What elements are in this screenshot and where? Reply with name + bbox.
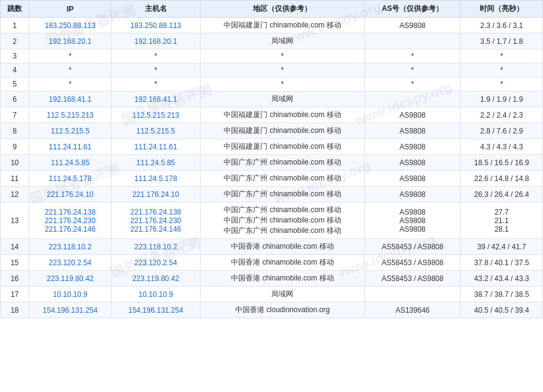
host-link[interactable]: 111.24.5.85: [137, 159, 175, 167]
cell-host: 111.24.11.61: [112, 139, 201, 155]
cell-ip: *: [29, 63, 112, 77]
cell-time: 40.5 / 40.5 / 39.4: [461, 302, 543, 318]
cell-host: 223.119.80.42: [112, 271, 201, 287]
ip-link[interactable]: 221.176.24.146: [44, 225, 95, 233]
ip-link[interactable]: 223.120.2.54: [49, 258, 91, 267]
cell-as: AS9808: [364, 18, 460, 34]
ip-link[interactable]: 111.24.5.85: [51, 159, 89, 167]
ip-link[interactable]: 111.24.11.61: [49, 143, 91, 151]
cell-host: 223.120.2.54: [112, 255, 201, 271]
cell-hop: 3: [1, 49, 29, 63]
cell-time: 3.5 / 1.7 / 1.8: [461, 34, 543, 49]
cell-hop: 4: [1, 63, 29, 77]
ip-link[interactable]: 221.176.24.10: [47, 190, 94, 199]
cell-region: 中国香港 cloudinnovation.org: [201, 302, 365, 318]
table-row: 12221.176.24.10221.176.24.10中国广东广州 china…: [1, 187, 543, 202]
table-header-row: 跳数 IP 主机名 地区（仅供参考） AS号（仅供参考） 时间（亮秒）: [1, 1, 543, 18]
cell-time: 27.721.128.1: [461, 202, 543, 239]
ip-link[interactable]: 192.168.20.1: [49, 37, 91, 46]
cell-host: 183.250.88.113: [112, 18, 201, 34]
cell-hop: 13: [1, 202, 29, 239]
cell-host: 221.176.24.138221.176.24.230221.176.24.1…: [112, 202, 201, 239]
traceroute-table: 跳数 IP 主机名 地区（仅供参考） AS号（仅供参考） 时间（亮秒） 1183…: [0, 0, 543, 318]
cell-region: 中国福建厦门 chinamobile.com 移动: [201, 18, 365, 34]
cell-hop: 14: [1, 239, 29, 255]
host-link[interactable]: 223.118.10.2: [135, 243, 177, 251]
cell-ip: 221.176.24.10: [29, 187, 112, 202]
header-time: 时间（亮秒）: [461, 1, 543, 18]
table-body: 1183.250.88.113183.250.88.113中国福建厦门 chin…: [1, 18, 543, 318]
cell-host: 111.24.5.85: [112, 155, 201, 171]
cell-as: [364, 287, 460, 302]
cell-region: 中国广东广州 chinamobile.com 移动: [201, 187, 365, 202]
table-row: 2192.168.20.1192.168.20.1局域网3.5 / 1.7 / …: [1, 34, 543, 49]
cell-time: 26.3 / 26.4 / 26.4: [461, 187, 543, 202]
cell-host: 112.5.215.5: [112, 123, 201, 139]
table-row: 3*****: [1, 49, 543, 63]
cell-as: AS9808: [364, 123, 460, 139]
ip-link[interactable]: 223.118.10.2: [49, 243, 91, 251]
header-ip: IP: [29, 1, 112, 18]
table-row: 1710.10.10.910.10.10.9局域网38.7 / 38.7 / 3…: [1, 287, 543, 302]
ip-link[interactable]: 154.196.131.254: [43, 306, 98, 315]
host-link[interactable]: 183.250.88.113: [130, 21, 181, 30]
cell-ip: 223.119.80.42: [29, 271, 112, 287]
cell-ip: 112.5.215.213: [29, 107, 112, 123]
cell-hop: 2: [1, 34, 29, 49]
host-link[interactable]: 192.168.20.1: [135, 37, 177, 46]
cell-as: AS9808: [364, 171, 460, 187]
host-link[interactable]: 112.5.215.5: [137, 127, 175, 135]
cell-as: AS58453 / AS9808: [364, 255, 460, 271]
cell-as: [364, 34, 460, 49]
cell-hop: 6: [1, 91, 29, 107]
host-link[interactable]: 154.196.131.254: [129, 306, 183, 315]
host-link[interactable]: 10.10.10.9: [138, 290, 173, 299]
ip-link[interactable]: 111.24.5.178: [49, 174, 91, 183]
ip-link[interactable]: 221.176.24.138: [44, 208, 95, 216]
host-link[interactable]: 221.176.24.138: [130, 208, 181, 216]
ip-link[interactable]: 112.5.215.5: [51, 127, 89, 135]
cell-host: *: [112, 49, 201, 63]
cell-time: 2.3 / 3.6 / 3.1: [461, 18, 543, 34]
table-row: 6192.168.41.1192.168.41.1局域网1.9 / 1.9 / …: [1, 91, 543, 107]
cell-as: AS9808: [364, 187, 460, 202]
cell-ip: 183.250.88.113: [29, 18, 112, 34]
cell-time: 18.5 / 16.5 / 16.9: [461, 155, 543, 171]
cell-region: *: [201, 77, 365, 91]
cell-host: 111.24.5.178: [112, 171, 201, 187]
host-link[interactable]: 221.176.24.230: [130, 216, 181, 225]
header-as: AS号（仅供参考）: [364, 1, 460, 18]
table-row: 11111.24.5.178111.24.5.178中国广东广州 chinamo…: [1, 171, 543, 187]
cell-ip: 223.120.2.54: [29, 255, 112, 271]
cell-as: AS9808: [364, 139, 460, 155]
host-link[interactable]: 112.5.215.213: [132, 111, 179, 119]
cell-time: *: [461, 77, 543, 91]
cell-as: AS139646: [364, 302, 460, 318]
host-link[interactable]: 111.24.11.61: [135, 143, 177, 151]
cell-time: 1.9 / 1.9 / 1.9: [461, 91, 543, 107]
header-hop: 跳数: [1, 1, 29, 18]
ip-link[interactable]: 221.176.24.230: [44, 216, 95, 225]
table-row: 13221.176.24.138221.176.24.230221.176.24…: [1, 202, 543, 239]
ip-link[interactable]: 192.168.41.1: [49, 95, 91, 104]
host-link[interactable]: 223.119.80.42: [132, 274, 179, 283]
cell-host: 192.168.20.1: [112, 34, 201, 49]
host-link[interactable]: 192.168.41.1: [135, 95, 177, 104]
cell-region: 中国香港 chinamobile.com 移动: [201, 239, 365, 255]
header-region: 地区（仅供参考）: [201, 1, 365, 18]
cell-region: *: [201, 63, 365, 77]
host-link[interactable]: 221.176.24.10: [132, 190, 179, 199]
cell-ip: *: [29, 49, 112, 63]
host-link[interactable]: 221.176.24.146: [130, 225, 181, 233]
host-link[interactable]: 223.120.2.54: [135, 258, 177, 267]
cell-time: 39 / 42.4 / 41.7: [461, 239, 543, 255]
ip-link[interactable]: 223.119.80.42: [47, 274, 94, 283]
cell-host: 223.118.10.2: [112, 239, 201, 255]
ip-link[interactable]: 112.5.215.213: [47, 111, 94, 119]
host-link[interactable]: 111.24.5.178: [135, 174, 177, 183]
ip-link[interactable]: 10.10.10.9: [53, 290, 88, 299]
table-row: 9111.24.11.61111.24.11.61中国福建厦门 chinamob…: [1, 139, 543, 155]
cell-hop: 16: [1, 271, 29, 287]
ip-link[interactable]: 183.250.88.113: [44, 21, 95, 30]
table-row: 15223.120.2.54223.120.2.54中国香港 chinamobi…: [1, 255, 543, 271]
